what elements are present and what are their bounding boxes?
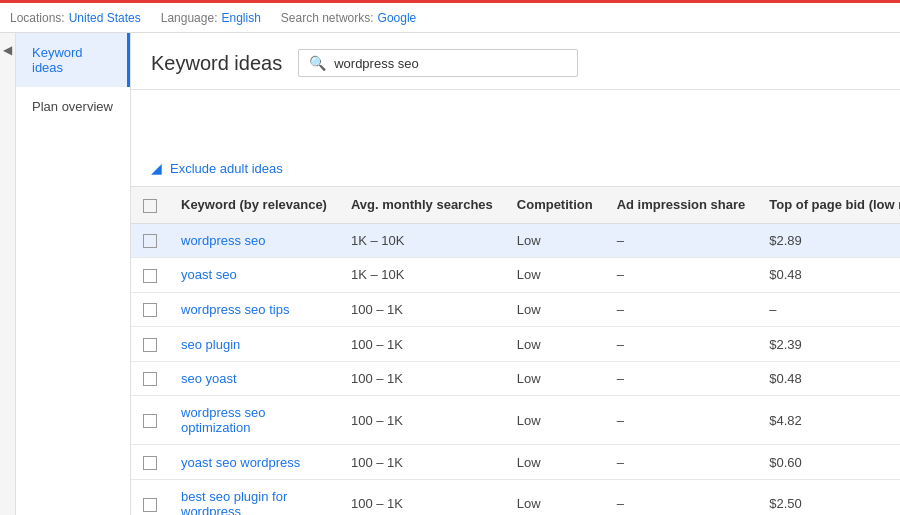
filter-bar: ◢ Exclude adult ideas [131, 150, 900, 187]
keyword-cell[interactable]: seo plugin [169, 327, 339, 362]
top-page-bid-low-column-header[interactable]: Top of page bid (low range) [757, 187, 900, 223]
ad-impression-cell: – [605, 258, 758, 293]
keyword-cell[interactable]: yoast seo [169, 258, 339, 293]
main-header: Keyword ideas 🔍 [131, 33, 900, 90]
top-page-low-cell: $2.50 [757, 479, 900, 515]
competition-cell: Low [505, 292, 605, 327]
keyword-cell[interactable]: wordpress seo optimization [169, 396, 339, 445]
locations-value: United States [69, 11, 141, 25]
competition-cell: Low [505, 327, 605, 362]
sidebar: Keyword ideas Plan overview [16, 33, 131, 515]
table-row: wordpress seo optimization 100 – 1K Low … [131, 396, 900, 445]
competition-column-header[interactable]: Competition [505, 187, 605, 223]
sidebar-item-plan-overview[interactable]: Plan overview [16, 87, 130, 126]
ad-impression-cell: – [605, 361, 758, 396]
table-header-row: Keyword (by relevance) Avg. monthly sear… [131, 187, 900, 223]
spacer [131, 90, 900, 150]
search-icon: 🔍 [309, 55, 326, 71]
keyword-cell[interactable]: wordpress seo [169, 223, 339, 258]
avg-monthly-cell: 100 – 1K [339, 327, 505, 362]
keyword-column-header[interactable]: Keyword (by relevance) [169, 187, 339, 223]
row-checkbox[interactable] [131, 396, 169, 445]
top-page-low-cell: $0.48 [757, 361, 900, 396]
locations-label: Locations: [10, 11, 65, 25]
ad-impression-cell: – [605, 327, 758, 362]
keyword-cell[interactable]: yoast seo wordpress [169, 445, 339, 480]
top-bar: Locations: United States Language: Engli… [0, 3, 900, 33]
row-checkbox[interactable] [131, 479, 169, 515]
competition-cell: Low [505, 361, 605, 396]
filter-icon: ◢ [151, 160, 162, 176]
locations-item[interactable]: Locations: United States [10, 11, 141, 25]
competition-cell: Low [505, 445, 605, 480]
top-page-low-cell: – [757, 292, 900, 327]
row-checkbox[interactable] [131, 223, 169, 258]
top-page-low-cell: $2.39 [757, 327, 900, 362]
search-networks-item[interactable]: Search networks: Google [281, 11, 416, 25]
page-title: Keyword ideas [151, 52, 282, 75]
competition-cell: Low [505, 223, 605, 258]
table-row: wordpress seo 1K – 10K Low – $2.89 [131, 223, 900, 258]
ad-impression-cell: – [605, 445, 758, 480]
row-checkbox[interactable] [131, 361, 169, 396]
table-body: wordpress seo 1K – 10K Low – $2.89 yoast… [131, 223, 900, 515]
avg-monthly-cell: 100 – 1K [339, 396, 505, 445]
avg-monthly-cell: 1K – 10K [339, 223, 505, 258]
keyword-cell[interactable]: wordpress seo tips [169, 292, 339, 327]
ad-impression-cell: – [605, 292, 758, 327]
competition-cell: Low [505, 479, 605, 515]
table-row: yoast seo 1K – 10K Low – $0.48 [131, 258, 900, 293]
sidebar-item-keyword-ideas[interactable]: Keyword ideas [16, 33, 130, 87]
keyword-table: Keyword (by relevance) Avg. monthly sear… [131, 187, 900, 515]
search-networks-value: Google [378, 11, 417, 25]
select-all-checkbox-header[interactable] [131, 187, 169, 223]
top-page-low-cell: $2.89 [757, 223, 900, 258]
row-checkbox[interactable] [131, 445, 169, 480]
exclude-adult-ideas-link[interactable]: Exclude adult ideas [170, 161, 283, 176]
search-input[interactable] [334, 56, 567, 71]
table-row: best seo plugin for wordpress 100 – 1K L… [131, 479, 900, 515]
avg-monthly-cell: 100 – 1K [339, 361, 505, 396]
top-page-low-cell: $0.48 [757, 258, 900, 293]
table-row: seo yoast 100 – 1K Low – $0.48 [131, 361, 900, 396]
main-content: Keyword ideas 🔍 ◢ Exclude adult ideas Ke… [131, 33, 900, 515]
keyword-cell[interactable]: seo yoast [169, 361, 339, 396]
language-value: English [221, 11, 260, 25]
sidebar-toggle[interactable]: ◀ [0, 33, 16, 515]
table-row: seo plugin 100 – 1K Low – $2.39 [131, 327, 900, 362]
search-box[interactable]: 🔍 [298, 49, 578, 77]
competition-cell: Low [505, 396, 605, 445]
top-page-low-cell: $4.82 [757, 396, 900, 445]
avg-monthly-cell: 100 – 1K [339, 479, 505, 515]
language-item[interactable]: Language: English [161, 11, 261, 25]
avg-monthly-cell: 1K – 10K [339, 258, 505, 293]
table-row: yoast seo wordpress 100 – 1K Low – $0.60 [131, 445, 900, 480]
language-label: Language: [161, 11, 218, 25]
chevron-left-icon: ◀ [3, 43, 12, 57]
avg-monthly-cell: 100 – 1K [339, 445, 505, 480]
ad-impression-cell: – [605, 223, 758, 258]
ad-impression-column-header[interactable]: Ad impression share [605, 187, 758, 223]
avg-monthly-column-header[interactable]: Avg. monthly searches [339, 187, 505, 223]
row-checkbox[interactable] [131, 292, 169, 327]
search-networks-label: Search networks: [281, 11, 374, 25]
row-checkbox[interactable] [131, 327, 169, 362]
top-page-low-cell: $0.60 [757, 445, 900, 480]
ad-impression-cell: – [605, 479, 758, 515]
row-checkbox[interactable] [131, 258, 169, 293]
competition-cell: Low [505, 258, 605, 293]
ad-impression-cell: – [605, 396, 758, 445]
table-row: wordpress seo tips 100 – 1K Low – – [131, 292, 900, 327]
keyword-cell[interactable]: best seo plugin for wordpress [169, 479, 339, 515]
avg-monthly-cell: 100 – 1K [339, 292, 505, 327]
